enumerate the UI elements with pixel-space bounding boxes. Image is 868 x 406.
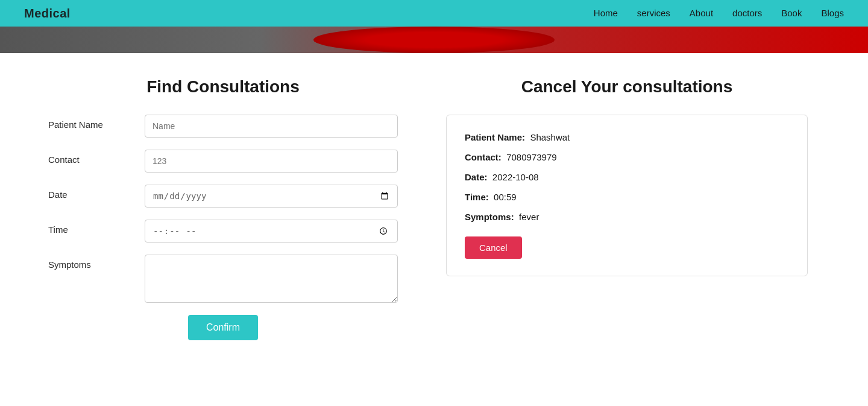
find-consultations-panel: Find Consultations Patient Name Contact … xyxy=(48,77,398,340)
date-input[interactable] xyxy=(145,185,398,208)
card-date-label: Date: xyxy=(465,172,488,182)
cancel-button[interactable]: Cancel xyxy=(465,236,522,259)
nav-links: Home services About doctors Book Blogs xyxy=(594,8,844,19)
card-patient-name-label: Patient Name: xyxy=(465,132,525,142)
symptoms-group: Symptoms xyxy=(48,255,398,303)
time-input[interactable] xyxy=(145,220,398,243)
contact-label: Contact xyxy=(48,150,133,165)
main-content: Find Consultations Patient Name Contact … xyxy=(0,53,868,364)
card-symptoms-value: fever xyxy=(519,212,539,222)
contact-group: Contact xyxy=(48,150,398,173)
cancel-consultations-panel: Cancel Your consultations Patient Name: … xyxy=(446,77,808,340)
card-time-label: Time: xyxy=(465,192,489,202)
card-time-row: Time: 00:59 xyxy=(465,192,789,202)
nav-book[interactable]: Book xyxy=(781,8,802,18)
hero-strip xyxy=(0,27,868,53)
nav-services[interactable]: services xyxy=(637,8,670,18)
time-group: Time xyxy=(48,220,398,243)
find-consultations-title: Find Consultations xyxy=(48,77,398,97)
card-symptoms-label: Symptoms: xyxy=(465,212,514,222)
contact-input[interactable] xyxy=(145,150,398,173)
card-patient-name-value: Shashwat xyxy=(530,132,570,142)
symptoms-input[interactable] xyxy=(145,255,398,303)
card-contact-row: Contact: 7080973979 xyxy=(465,152,789,162)
card-symptoms-row: Symptoms: fever xyxy=(465,212,789,222)
nav-home[interactable]: Home xyxy=(594,8,618,18)
cancel-consultations-title: Cancel Your consultations xyxy=(446,77,808,97)
symptoms-label: Symptoms xyxy=(48,255,133,270)
card-date-row: Date: 2022-10-08 xyxy=(465,172,789,182)
navbar: Medical Home services About doctors Book… xyxy=(0,0,868,27)
date-label: Date xyxy=(48,185,133,200)
card-contact-value: 7080973979 xyxy=(506,152,556,162)
consultation-card: Patient Name: Shashwat Contact: 70809739… xyxy=(446,115,808,276)
brand: Medical xyxy=(24,7,71,21)
nav-about[interactable]: About xyxy=(690,8,713,18)
nav-doctors[interactable]: doctors xyxy=(732,8,762,18)
patient-name-input[interactable] xyxy=(145,115,398,138)
card-contact-label: Contact: xyxy=(465,152,502,162)
patient-name-label: Patient Name xyxy=(48,115,133,130)
patient-name-group: Patient Name xyxy=(48,115,398,138)
card-patient-name-row: Patient Name: Shashwat xyxy=(465,132,789,142)
time-label: Time xyxy=(48,220,133,235)
nav-blogs[interactable]: Blogs xyxy=(821,8,844,18)
card-date-value: 2022-10-08 xyxy=(492,172,539,182)
hero-strip-circle xyxy=(313,27,555,53)
confirm-btn-wrapper: Confirm xyxy=(48,315,398,340)
card-time-value: 00:59 xyxy=(494,192,517,202)
date-group: Date xyxy=(48,185,398,208)
confirm-button[interactable]: Confirm xyxy=(188,315,258,340)
